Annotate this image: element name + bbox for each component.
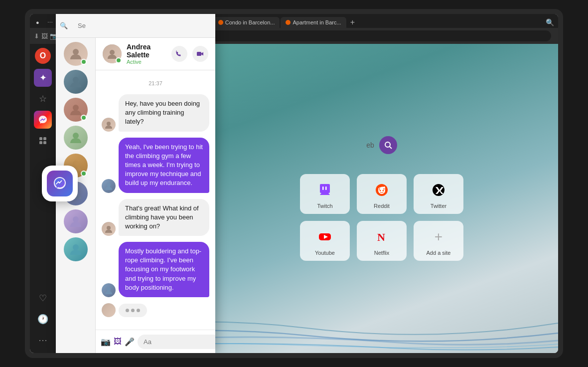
svg-rect-20 xyxy=(320,184,330,193)
add-site-icon: + xyxy=(430,228,447,246)
opera-logo[interactable]: O xyxy=(35,48,51,64)
reddit-svg xyxy=(375,183,389,197)
screenshot-btn[interactable]: 🖼 xyxy=(41,32,48,40)
chat-messages: 21:37 xyxy=(96,70,215,330)
svg-rect-0 xyxy=(39,137,42,140)
speedial-twitter[interactable]: Twitter xyxy=(414,174,463,214)
svg-point-10 xyxy=(73,216,79,222)
typing-dot-3 xyxy=(137,309,140,312)
search-area: eb xyxy=(366,136,397,154)
chat-contact-avatar xyxy=(103,44,122,63)
camera-input-btn[interactable]: 📷 xyxy=(101,334,111,349)
bubble-incoming-1: Hey, have you been doing any climbing tr… xyxy=(119,94,209,132)
header-online-dot xyxy=(116,57,122,63)
add-site-label: Add a site xyxy=(427,250,451,256)
main-search-button[interactable] xyxy=(379,136,397,154)
sidebar-aria-btn[interactable]: ✦ xyxy=(34,69,52,87)
twitch-label: Twitch xyxy=(317,203,332,209)
svg-rect-21 xyxy=(322,186,324,190)
bubble-outgoing-2: Mostly bouldering and top-rope climbing.… xyxy=(119,242,209,297)
sidebar-bottom: ♡ 🕐 ⋯ xyxy=(34,289,52,349)
sidebar-history-btn[interactable]: 🕐 xyxy=(34,310,52,328)
svg-rect-2 xyxy=(39,141,42,144)
svg-point-31 xyxy=(379,188,380,189)
msg-avatar-2 xyxy=(102,222,116,236)
chat-input-area: 📷 🖼 🎤 😊 👍 xyxy=(96,330,215,353)
msg-avatar-icon xyxy=(104,120,113,129)
netflix-label: Netflix xyxy=(374,250,390,256)
svg-point-17 xyxy=(107,287,111,291)
avatar-silhouette-7 xyxy=(68,214,83,229)
reddit-label: Reddit xyxy=(374,203,390,209)
laptop-screen: ● ⋯ ↻ 🔒 Facebook Messenger Apartment in … xyxy=(30,14,558,353)
extensions-icon xyxy=(38,136,47,145)
sidebar-heart-btn[interactable]: ♡ xyxy=(34,289,52,307)
svg-point-12 xyxy=(110,50,115,55)
avatar-silhouette-3 xyxy=(68,102,83,117)
youtube-svg xyxy=(318,230,332,244)
msg-avatar-icon-2 xyxy=(104,224,113,233)
avatar-silhouette-4 xyxy=(68,130,83,145)
contact-avatar-7[interactable] xyxy=(64,209,88,233)
message-row-incoming-1: Hey, have you been doing any climbing tr… xyxy=(102,94,209,132)
tab-more-options[interactable]: ⋯ xyxy=(45,18,55,27)
tab-airbnb-2[interactable]: Condo in Barcelon... xyxy=(213,17,280,28)
netflix-svg: N xyxy=(375,230,389,244)
voice-call-button[interactable] xyxy=(171,46,187,62)
messenger-body: Andrea Salette Active xyxy=(56,44,215,353)
sidebar-more-btn[interactable]: ⋯ xyxy=(34,331,52,349)
tab-airbnb2-icon xyxy=(218,20,223,25)
speedial-reddit[interactable]: Reddit xyxy=(357,174,407,214)
bubble-incoming-2: That's great! What kind of climbing have… xyxy=(119,199,209,236)
tab-label-3: Apartment in Barc... xyxy=(293,19,341,25)
search-page-button[interactable]: 🔍 xyxy=(546,18,554,26)
online-indicator-3 xyxy=(81,115,87,121)
typing-indicator xyxy=(102,303,209,317)
contact-avatar-3[interactable] xyxy=(64,98,88,122)
contact-info: Andrea Salette Active xyxy=(127,44,171,65)
youtube-label: Youtube xyxy=(315,250,335,256)
message-row-outgoing-2: Mostly bouldering and top-rope climbing.… xyxy=(102,242,209,297)
chat-header-info: Andrea Salette Active xyxy=(103,44,171,65)
svg-point-11 xyxy=(73,244,79,250)
sidebar-messenger-btn[interactable] xyxy=(34,111,52,129)
download-btn[interactable]: ⬇ xyxy=(34,32,39,40)
message-row-incoming-2: That's great! What kind of climbing have… xyxy=(102,199,209,236)
new-tab-button[interactable]: + xyxy=(347,17,358,28)
speedial-add[interactable]: + Add a site xyxy=(414,221,463,261)
contact-avatar-4[interactable] xyxy=(64,126,88,150)
laptop-shell: ● ⋯ ↻ 🔒 Facebook Messenger Apartment in … xyxy=(25,9,563,358)
svg-rect-1 xyxy=(43,137,46,140)
sidebar-bookmark-btn[interactable]: ☆ xyxy=(34,90,52,108)
tab-airbnb3-icon xyxy=(286,20,291,25)
message-text-input[interactable] xyxy=(138,335,215,349)
message-row-outgoing-1: Yeah, I've been trying to hit the climbi… xyxy=(102,138,209,193)
contact-avatar-1[interactable] xyxy=(64,44,88,66)
mic-input-btn[interactable]: 🎤 xyxy=(125,334,135,349)
reddit-icon xyxy=(373,181,391,199)
svg-point-6 xyxy=(73,105,79,111)
contact-avatar-2[interactable] xyxy=(64,70,88,94)
window-close[interactable]: ● xyxy=(34,18,41,26)
svg-rect-13 xyxy=(197,52,201,56)
svg-line-28 xyxy=(382,187,384,187)
typing-avatar xyxy=(102,303,116,317)
user-avatar-icon-2 xyxy=(104,286,113,295)
messenger-floating-icon[interactable] xyxy=(42,166,78,201)
video-icon xyxy=(196,50,204,58)
contact-avatar-8[interactable] xyxy=(64,237,88,261)
msg-avatar xyxy=(102,118,116,132)
netflix-icon: N xyxy=(373,228,391,246)
speedial-youtube[interactable]: Youtube xyxy=(300,221,350,261)
tab-airbnb-3[interactable]: Apartment in Barc... xyxy=(281,17,346,28)
video-call-button[interactable] xyxy=(192,46,208,62)
image-input-btn[interactable]: 🖼 xyxy=(114,334,122,349)
avatar-silhouette-8 xyxy=(68,242,83,257)
svg-point-8 xyxy=(73,161,79,167)
user-avatar-icon xyxy=(104,182,113,190)
speedial-twitch[interactable]: Twitch xyxy=(300,174,350,214)
sidebar-extensions-btn[interactable] xyxy=(34,132,52,150)
typing-dot-2 xyxy=(131,309,135,312)
speedial-netflix[interactable]: N Netflix xyxy=(357,221,407,261)
svg-point-15 xyxy=(107,183,111,187)
